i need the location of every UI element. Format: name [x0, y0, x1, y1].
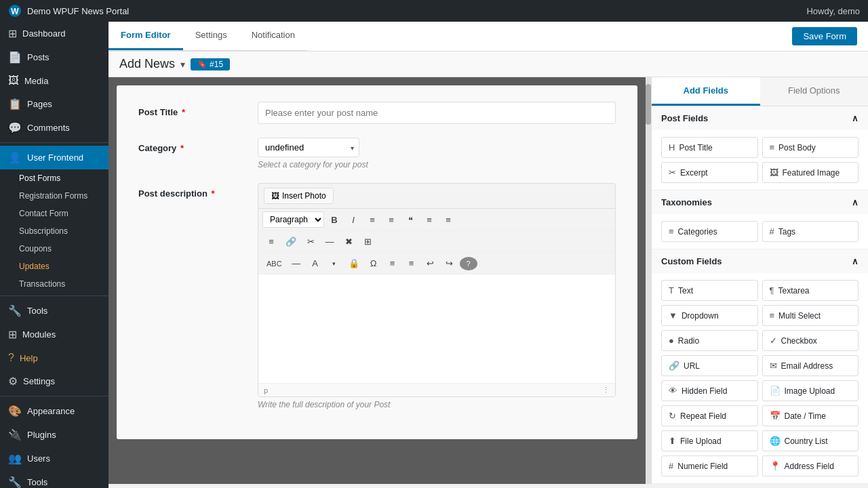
field-btn-image-upload[interactable]: 📄 Image Upload [762, 380, 859, 401]
tab-form-editor[interactable]: Form Editor [108, 22, 183, 50]
sidebar-item-users[interactable]: 👥 Users [0, 447, 108, 470]
sidebar-item-modules[interactable]: ⊞ Modules [0, 323, 108, 346]
tab-notification[interactable]: Notification [239, 22, 307, 50]
align-left-button[interactable]: ≡ [420, 212, 438, 228]
field-btn-radio[interactable]: ● Radio [661, 330, 758, 351]
sidebar-label-appearance: Appearance [27, 406, 75, 416]
taxonomies-header[interactable]: Taxonomies ∧ [652, 190, 868, 214]
panel-tab-field-options[interactable]: Field Options [760, 77, 869, 106]
lock-button[interactable]: 🔒 [344, 256, 363, 271]
post-body-field-icon: ≡ [770, 142, 775, 152]
sidebar-item-media[interactable]: 🖼 Media [0, 69, 108, 92]
redo-button[interactable]: ↪ [441, 256, 458, 271]
post-description-required: * [211, 188, 214, 199]
undo-button[interactable]: ↩ [422, 256, 439, 271]
unordered-list-button[interactable]: ≡ [363, 212, 381, 228]
sidebar-label-media: Media [24, 76, 48, 86]
radio-field-icon: ● [669, 336, 674, 346]
field-btn-address[interactable]: 📍 Address Field [762, 455, 859, 476]
rtl-button[interactable]: ≡ [403, 256, 420, 271]
editor-scrollbar[interactable] [646, 77, 651, 484]
sidebar-item-pages[interactable]: 📋 Pages [0, 92, 108, 116]
category-select[interactable]: undefined [258, 138, 359, 157]
insert-photo-bar: 🖼 Insert Photo [258, 184, 615, 209]
sidebar-item-settings[interactable]: ⚙ Settings [0, 369, 108, 393]
sidebar-item-contact-form[interactable]: Contact Form [0, 205, 108, 222]
sidebar-item-dashboard[interactable]: ⊞ Dashboard [0, 22, 108, 45]
custom-fields-label: Custom Fields [661, 256, 722, 266]
bold-button[interactable]: B [326, 212, 343, 228]
custom-fields-header[interactable]: Custom Fields ∧ [652, 249, 868, 273]
field-btn-tags[interactable]: # Tags [762, 221, 859, 242]
sidebar-item-updates[interactable]: Updates [0, 258, 108, 275]
unlink-button[interactable]: ✂ [302, 234, 319, 249]
italic-button[interactable]: I [344, 212, 362, 228]
field-btn-post-body[interactable]: ≡ Post Body [762, 137, 859, 158]
table-button[interactable]: — [321, 234, 338, 249]
sidebar-label-coupons: Coupons [19, 244, 52, 253]
sidebar-item-transactions[interactable]: Transactions [0, 275, 108, 293]
font-color-arrow[interactable]: ▾ [326, 258, 343, 270]
sidebar-item-posts[interactable]: 📄 Posts [0, 45, 108, 69]
sidebar-item-post-forms[interactable]: Post Forms [0, 169, 108, 187]
sidebar-item-tools[interactable]: 🔧 Tools [0, 299, 108, 323]
field-btn-categories[interactable]: ≡ Categories [661, 221, 758, 242]
form-id-icon: 🔖 [197, 60, 207, 68]
field-btn-dropdown[interactable]: ▼ Dropdown [661, 305, 758, 326]
sidebar-item-registration-forms[interactable]: Registration Forms [0, 187, 108, 205]
post-description-input-wrap: 🖼 Insert Photo Paragraph B [258, 183, 616, 409]
sidebar-item-user-frontend[interactable]: 👤 User Frontend [0, 146, 108, 169]
editor-body[interactable] [258, 274, 615, 383]
special-char-button[interactable]: Ω [365, 256, 382, 271]
help-button[interactable]: ? [460, 257, 477, 270]
field-btn-date-time[interactable]: 📅 Date / Time [762, 405, 859, 426]
field-btn-country-list[interactable]: 🌐 Country List [762, 430, 859, 451]
editor-toolbar-row2: ≡ 🔗 ✂ — ✖ ⊞ [258, 231, 615, 253]
save-form-button[interactable]: Save Form [792, 27, 857, 45]
scrollbar-thumb[interactable] [646, 84, 651, 125]
outdent-button[interactable]: ≡ [384, 256, 401, 271]
spellcheck-button[interactable]: ABC [262, 257, 286, 270]
field-btn-checkbox[interactable]: ✓ Checkbox [762, 330, 859, 351]
field-btn-textarea[interactable]: ¶ Textarea [762, 280, 859, 301]
grid-button[interactable]: ⊞ [359, 234, 376, 249]
field-btn-multi-select[interactable]: ≡ Multi Select [762, 305, 859, 326]
field-btn-post-title[interactable]: H Post Title [661, 137, 758, 158]
sidebar-item-plugins[interactable]: 🔌 Plugins [0, 423, 108, 447]
tab-settings[interactable]: Settings [183, 22, 239, 50]
editor-resize-handle[interactable]: ⋮ [602, 386, 610, 394]
font-color-button[interactable]: A [307, 256, 324, 271]
sidebar-item-tools2[interactable]: 🔧 Tools [0, 470, 108, 488]
sidebar-label-tools: Tools [27, 306, 47, 316]
field-btn-hidden-field[interactable]: 👁 Hidden Field [661, 380, 758, 401]
insert-photo-button[interactable]: 🖼 Insert Photo [264, 188, 334, 204]
sidebar-item-help[interactable]: ? Help [0, 346, 108, 369]
sidebar-item-subscriptions[interactable]: Subscriptions [0, 222, 108, 240]
field-btn-email[interactable]: ✉ Email Address [762, 355, 859, 376]
hr-button[interactable]: — [288, 256, 305, 271]
sidebar-item-comments[interactable]: 💬 Comments [0, 116, 108, 140]
form-title-dropdown-icon[interactable]: ▾ [180, 59, 185, 70]
panel-tab-add-fields[interactable]: Add Fields [652, 77, 760, 106]
remove-format-button[interactable]: ✖ [340, 234, 357, 249]
ordered-list-button[interactable]: ≡ [382, 212, 400, 228]
indent-button[interactable]: ≡ [262, 234, 280, 249]
field-btn-excerpt[interactable]: ✂ Excerpt [661, 162, 758, 183]
post-fields-header[interactable]: Post Fields ∧ [652, 106, 868, 130]
sidebar-item-coupons[interactable]: Coupons [0, 240, 108, 258]
field-btn-url[interactable]: 🔗 URL [661, 355, 758, 376]
field-btn-repeat-field[interactable]: ↻ Repeat Field [661, 405, 758, 426]
field-btn-featured-image[interactable]: 🖼 Featured Image [762, 162, 859, 183]
field-btn-text[interactable]: T Text [661, 280, 758, 301]
field-btn-file-upload[interactable]: ⬆ File Upload [661, 430, 758, 451]
sidebar-item-appearance[interactable]: 🎨 Appearance [0, 399, 108, 423]
appearance-icon: 🎨 [8, 405, 22, 418]
form-header-bar: Add News ▾ 🔖 #15 [108, 52, 868, 77]
field-btn-numeric[interactable]: # Numeric Field [661, 455, 758, 476]
blockquote-button[interactable]: ❝ [401, 212, 419, 228]
align-right-button[interactable]: ≡ [439, 212, 457, 228]
paragraph-select[interactable]: Paragraph [262, 211, 324, 228]
post-title-input[interactable] [258, 102, 616, 124]
link-button[interactable]: 🔗 [281, 234, 300, 249]
file-upload-field-label: File Upload [680, 436, 722, 446]
